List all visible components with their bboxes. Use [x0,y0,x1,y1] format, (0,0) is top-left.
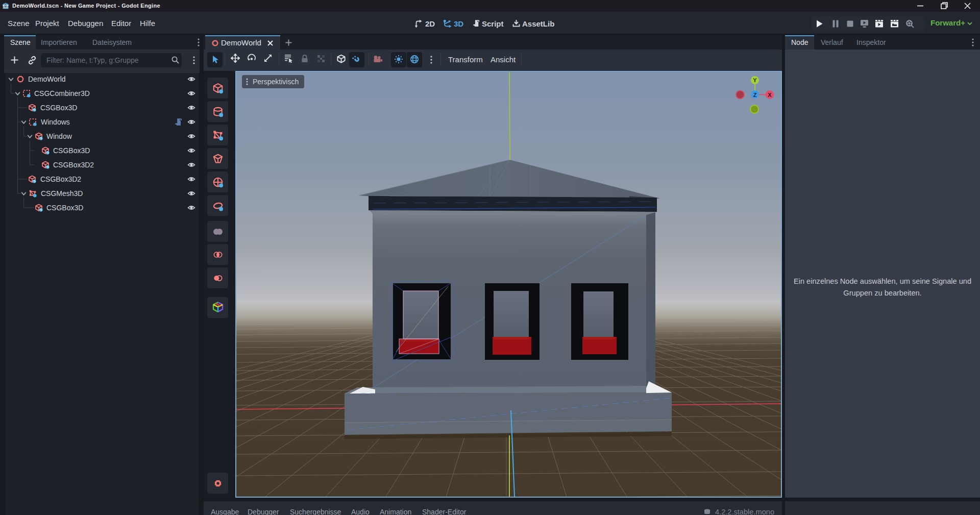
svg-text:X: X [768,92,772,98]
svg-text:Z: Z [753,92,757,98]
svg-text:Y: Y [753,77,757,83]
